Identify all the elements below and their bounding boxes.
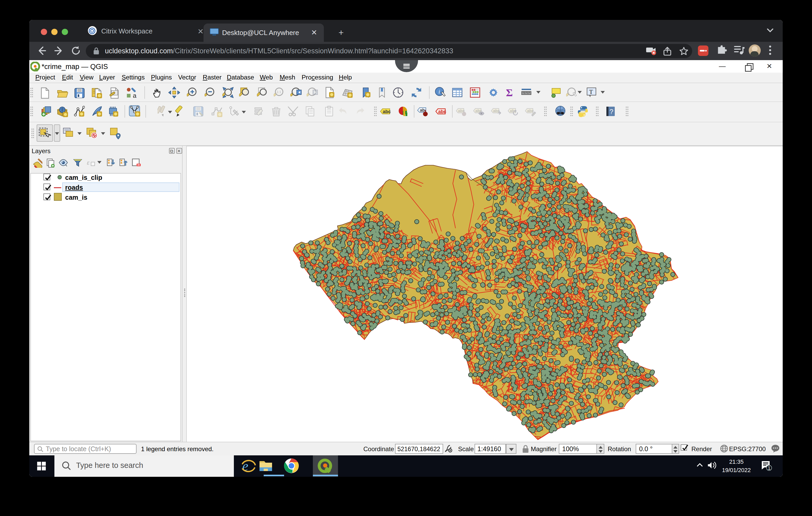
svg-text:abc: abc (493, 109, 500, 113)
svg-text:T: T (589, 88, 593, 95)
svg-text:Σ: Σ (506, 87, 513, 98)
svg-text:a: a (133, 92, 137, 98)
svg-text:i: i (438, 88, 440, 95)
svg-text:abc: abc (527, 109, 534, 113)
svg-text:abc: abc (438, 109, 446, 114)
svg-text:1: 1 (767, 465, 770, 471)
svg-text:abc: abc (383, 109, 391, 114)
svg-text:1:1: 1:1 (277, 90, 281, 94)
svg-text:?: ? (610, 108, 613, 116)
svg-text:ε: ε (87, 158, 90, 166)
svg-text:ab: ab (420, 108, 425, 113)
